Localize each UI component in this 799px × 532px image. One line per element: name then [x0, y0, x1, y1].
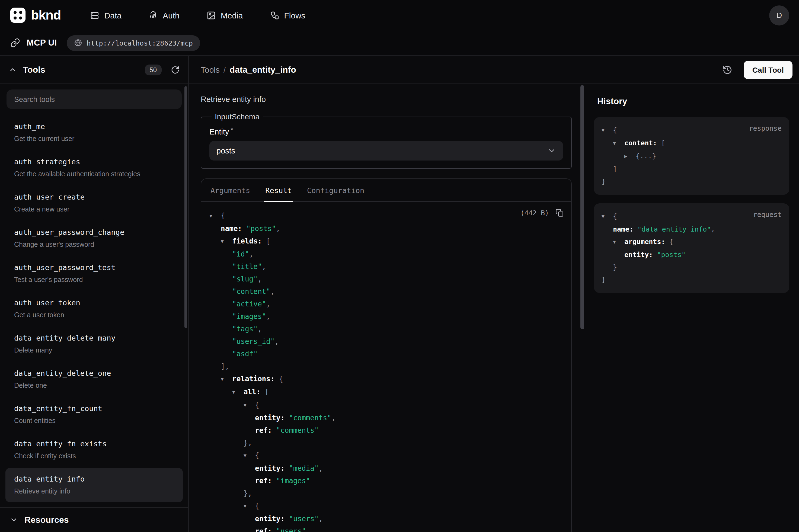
tool-list-item[interactable]: auth_user_createCreate a new user — [5, 186, 183, 220]
json-result-view: (442 B) ▼{name: "posts",▼fields: ["id","… — [201, 202, 571, 532]
json-line: "content", — [209, 285, 563, 298]
json-token-key: arguments: — [624, 238, 669, 246]
expand-toggle-icon[interactable]: ▶ — [624, 150, 636, 163]
tab-result[interactable]: Result — [264, 179, 293, 202]
main-body: Retrieve entity info InputSchema Entity*… — [189, 84, 799, 532]
collapse-toggle-icon[interactable]: ▼ — [221, 373, 232, 385]
fingerprint-icon — [149, 11, 158, 20]
json-line: "images", — [209, 310, 563, 323]
mcp-title: MCP UI — [26, 38, 57, 48]
json-token-str: "comments" — [276, 426, 319, 434]
json-line: ▼fields: [ — [209, 235, 563, 248]
collapse-toggle-icon[interactable]: ▼ — [613, 137, 624, 150]
nav-item-label: Auth — [163, 11, 179, 20]
collapse-toggle-icon[interactable]: ▼ — [244, 450, 255, 462]
tools-title: Tools — [23, 65, 45, 75]
json-line: ▼{ — [209, 449, 563, 462]
nav-item-auth[interactable]: Auth — [149, 11, 179, 20]
json-line: ▼content: [ — [602, 137, 782, 150]
json-token-key: content: — [624, 139, 661, 147]
json-size-label: (442 B) — [520, 209, 549, 217]
tool-list-item[interactable]: data_entity_delete_manyDelete many — [5, 327, 183, 361]
json-line: "asdf" — [209, 348, 563, 360]
tool-name: auth_strategies — [14, 157, 174, 167]
json-token-str: "id" — [232, 250, 249, 258]
tool-list-item[interactable]: auth_user_password_changeChange a user's… — [5, 221, 183, 255]
tool-description: Retrieve entity info — [14, 487, 174, 496]
json-token-p: ] — [613, 165, 617, 173]
json-line: "users_id", — [209, 335, 563, 348]
tool-list-item[interactable]: data_entity_delete_oneDelete one — [5, 362, 183, 396]
json-token-p: { — [279, 375, 283, 383]
required-mark: * — [231, 126, 233, 134]
json-line: } — [602, 175, 782, 188]
collapse-toggle-icon[interactable]: ▼ — [602, 124, 613, 137]
main-scrollbar-thumb[interactable] — [581, 85, 584, 329]
user-avatar[interactable]: D — [769, 5, 789, 25]
tool-list-item[interactable]: data_entity_fn_existsCheck if entity exi… — [5, 433, 183, 467]
history-entry-request[interactable]: request ▼{name: "data_entity_info",▼argu… — [594, 203, 789, 293]
collapse-toggle-icon[interactable]: ▼ — [232, 386, 244, 399]
json-token-p: }, — [244, 489, 252, 497]
collapse-toggle-icon[interactable]: ▼ — [244, 500, 255, 512]
breadcrumb-section[interactable]: Tools — [201, 65, 220, 74]
tool-name: auth_user_token — [14, 298, 174, 307]
tool-name: data_entity_delete_many — [14, 334, 174, 343]
history-icon[interactable] — [719, 61, 736, 78]
json-token-str: "comments" — [289, 414, 331, 422]
copy-icon[interactable] — [555, 209, 564, 217]
tool-description: Get a user token — [14, 311, 174, 319]
top-navbar: bknd Data Auth Media — [0, 0, 799, 31]
mcp-url-pill[interactable]: http://localhost:28623/mcp — [66, 35, 200, 51]
collapse-toggle-icon[interactable]: ▼ — [221, 235, 232, 248]
tool-description: Create a new user — [14, 205, 174, 214]
json-token-key: entity: — [255, 414, 289, 422]
entity-select-value: posts — [216, 147, 235, 155]
json-tree: ▼{name: "data_entity_info",▼arguments: {… — [602, 210, 782, 286]
tool-list-item[interactable]: auth_meGet the current user — [5, 115, 183, 150]
call-tool-button[interactable]: Call Tool — [744, 60, 793, 79]
entity-select[interactable]: posts — [209, 141, 563, 160]
app-window: bknd Data Auth Media — [0, 0, 799, 532]
tool-list-item[interactable]: auth_strategiesGet the available authent… — [5, 151, 183, 185]
collapse-toggle-icon[interactable]: ▼ — [602, 210, 613, 223]
brand[interactable]: bknd — [10, 7, 61, 23]
sidebar-scrollbar[interactable] — [185, 86, 187, 328]
json-token-p: , — [276, 225, 281, 233]
json-token-p: , — [249, 250, 253, 258]
refresh-icon[interactable] — [171, 65, 179, 74]
tools-count-badge: 50 — [145, 64, 161, 75]
chevron-up-icon[interactable] — [9, 65, 17, 74]
json-token-p: ], — [221, 362, 229, 370]
tool-list-item[interactable]: auth_user_password_testTest a user's pas… — [5, 256, 183, 291]
collapse-toggle-icon[interactable]: ▼ — [209, 210, 221, 222]
json-line: }, — [209, 437, 563, 449]
collapse-toggle-icon[interactable]: ▼ — [244, 399, 255, 412]
tool-list-item[interactable]: auth_user_tokenGet a user token — [5, 292, 183, 326]
history-entry-tag: response — [749, 124, 782, 132]
json-line: "slug", — [209, 273, 563, 285]
json-token-p: }, — [244, 439, 252, 447]
tab-configuration[interactable]: Configuration — [306, 179, 365, 202]
resources-header[interactable]: Resources — [0, 507, 188, 532]
tool-description: Get the current user — [14, 134, 174, 143]
json-tree: ▼{name: "posts",▼fields: ["id","title","… — [209, 209, 563, 532]
result-tabs: Arguments Result Configuration — [201, 179, 571, 202]
json-token-p: , — [319, 515, 323, 523]
tool-list-item[interactable]: data_entity_infoRetrieve entity info — [5, 468, 183, 502]
json-token-p: } — [602, 177, 606, 186]
json-tree: ▼{▼content: [▶{...}]} — [602, 124, 782, 188]
nav-item-media[interactable]: Media — [207, 11, 243, 20]
json-token-p: { — [221, 211, 225, 220]
workflow-icon — [270, 11, 279, 20]
history-entry-response[interactable]: response ▼{▼content: [▶{...}]} — [594, 117, 789, 195]
nav-item-data[interactable]: Data — [90, 11, 121, 20]
json-token-p: { — [613, 212, 617, 220]
nav-item-flows[interactable]: Flows — [270, 11, 305, 20]
search-input[interactable] — [6, 90, 182, 109]
collapse-toggle-icon[interactable]: ▼ — [613, 236, 624, 248]
tool-description: Delete one — [14, 381, 174, 390]
main-panel: Tools / data_entity_info Call Tool Retri… — [189, 56, 799, 532]
tab-arguments[interactable]: Arguments — [209, 179, 251, 202]
tool-list-item[interactable]: data_entity_fn_countCount entities — [5, 398, 183, 432]
